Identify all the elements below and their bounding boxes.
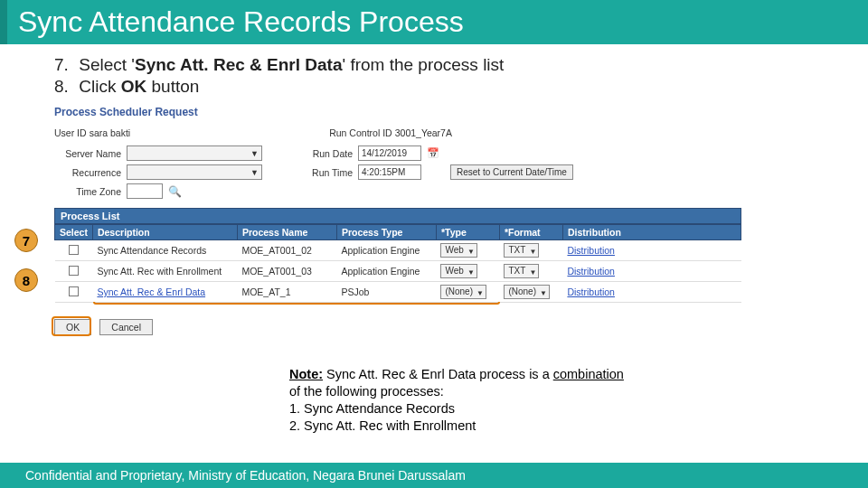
distribution-link[interactable]: Distribution (567, 286, 615, 297)
table-row: Sync Attendance Records MOE_AT001_02 App… (55, 240, 741, 261)
col-format: *Format (499, 225, 562, 240)
callout-7: 7 (14, 229, 38, 252)
server-name-label: Server Name (54, 148, 121, 159)
distribution-link[interactable]: Distribution (567, 245, 615, 256)
embedded-screenshot: Process Scheduler Request User ID sara b… (54, 106, 741, 335)
footer: Confidential and Proprietary, Ministry o… (0, 463, 868, 488)
process-table: Select Description Process Name Process … (54, 224, 741, 303)
lookup-icon[interactable]: 🔍 (168, 185, 182, 198)
ok-button[interactable]: OK (54, 319, 91, 335)
run-control-label: Run Control ID (329, 127, 392, 138)
dialog-title: Process Scheduler Request (54, 106, 741, 118)
row-ptype: PSJob (336, 282, 436, 303)
col-description: Description (92, 225, 237, 240)
row-desc: Sync Att. Rec with Enrollment (92, 261, 237, 282)
distribution-link[interactable]: Distribution (567, 266, 615, 277)
row-pname: MOE_AT001_03 (237, 261, 336, 282)
row-checkbox[interactable] (69, 245, 79, 255)
callout-8: 8 (14, 268, 38, 292)
row-desc-link[interactable]: Sync Att. Rec & Enrl Data (97, 286, 205, 297)
format-select[interactable]: (None) (504, 285, 550, 299)
table-row: Sync Att. Rec with Enrollment MOE_AT001_… (55, 261, 741, 282)
row-ptype: Application Engine (336, 261, 436, 282)
row-checkbox[interactable] (69, 266, 79, 276)
user-id-label: User ID (54, 127, 87, 138)
format-select[interactable]: TXT (504, 243, 539, 258)
time-zone-label: Time Zone (54, 186, 121, 197)
table-row-highlighted: Sync Att. Rec & Enrl Data MOE_AT_1 PSJob… (55, 282, 741, 303)
calendar-icon[interactable]: 📅 (427, 147, 439, 159)
type-select[interactable]: (None) (440, 285, 486, 299)
type-select[interactable]: Web (440, 264, 476, 278)
recurrence-label: Recurrence (54, 167, 121, 178)
time-zone-input[interactable] (127, 183, 163, 199)
type-select[interactable]: Web (440, 243, 476, 258)
process-list-header: Process List (54, 208, 741, 224)
row-ptype: Application Engine (336, 240, 436, 261)
format-select[interactable]: TXT (504, 264, 539, 278)
cancel-button[interactable]: Cancel (99, 319, 153, 335)
col-process-type: Process Type (336, 225, 436, 240)
col-select: Select (55, 225, 93, 240)
run-control-value: 3001_Year7A (395, 127, 452, 138)
reset-button[interactable]: Reset to Current Date/Time (450, 164, 573, 180)
run-time-label: Run Time (298, 167, 353, 178)
col-distribution: Distribution (562, 225, 741, 240)
row-checkbox[interactable] (69, 286, 79, 296)
note-block: Note: Sync Att. Rec & Enrl Data process … (289, 366, 624, 434)
step-7: 7. Select 'Sync Att. Rec & Enrl Data' fr… (54, 55, 814, 75)
row-pname: MOE_AT_1 (237, 282, 336, 303)
run-time-input[interactable]: 4:20:15PM (358, 164, 421, 180)
instruction-block: 7. Select 'Sync Att. Rec & Enrl Data' fr… (0, 44, 868, 97)
page-title: Sync Attendance Records Process (0, 0, 868, 44)
run-date-label: Run Date (298, 148, 353, 159)
step-8: 8. Click OK button (54, 77, 814, 97)
user-id-value: sara bakti (90, 127, 131, 138)
row-desc: Sync Attendance Records (92, 240, 237, 261)
col-process-name: Process Name (237, 225, 336, 240)
row-pname: MOE_AT001_02 (237, 240, 336, 261)
server-name-select[interactable]: ▼ (127, 145, 262, 161)
run-date-input[interactable]: 14/12/2019 (358, 145, 421, 161)
recurrence-select[interactable]: ▼ (127, 164, 262, 180)
col-type: *Type (436, 225, 499, 240)
